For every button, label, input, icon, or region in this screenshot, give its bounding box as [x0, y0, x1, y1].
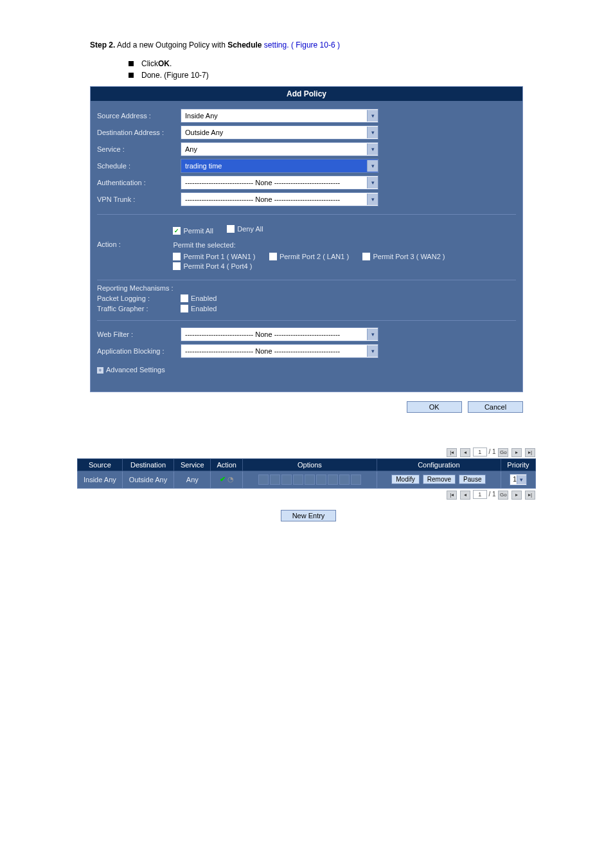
col-action: Action	[211, 458, 243, 471]
cell-priority: 1▾	[501, 471, 535, 488]
pager-prev-button[interactable]: ◂	[460, 491, 470, 500]
permit-selected-label: Permit the selected:	[173, 241, 516, 249]
application-blocking-select[interactable]: ----------------------------- None -----…	[181, 344, 378, 358]
packet-logging-value: Enabled	[191, 294, 217, 302]
pause-button[interactable]: Pause	[459, 475, 486, 484]
permit-port4-checkbox[interactable]	[173, 262, 181, 270]
service-select[interactable]: Any▾	[181, 142, 378, 156]
chevron-down-icon: ▾	[367, 127, 378, 138]
reporting-label: Reporting Mechanisms :	[97, 284, 516, 292]
traffic-grapher-label: Traffic Grapher :	[97, 305, 181, 312]
col-source: Source	[78, 458, 123, 471]
permit-icon: ✔	[220, 475, 226, 483]
bullet1-bold: OK	[158, 59, 170, 68]
permit-port3-checkbox[interactable]	[362, 253, 370, 260]
chevron-down-icon: ▾	[367, 329, 378, 340]
new-entry-button[interactable]: New Entry	[281, 510, 336, 521]
bullet-icon	[129, 73, 134, 78]
chevron-down-icon: ▾	[367, 177, 378, 188]
expand-icon: +	[97, 367, 103, 374]
permit-port4-label: Permit Port 4 ( Port4 )	[183, 262, 252, 270]
destination-address-select[interactable]: Outside Any▾	[181, 125, 378, 140]
traffic-grapher-value: Enabled	[191, 305, 217, 312]
option-slot	[258, 475, 269, 485]
cell-source: Inside Any	[78, 471, 123, 488]
authentication-label: Authentication :	[97, 179, 181, 186]
ok-button[interactable]: OK	[407, 401, 462, 413]
pager-next-button[interactable]: ▸	[511, 448, 522, 457]
pager-go-button[interactable]: Go	[498, 491, 508, 500]
panel-title: Add Policy	[91, 87, 522, 101]
option-slot	[316, 475, 326, 485]
pager-bottom: |◂ ◂ 1 / 1 Go ▸ ▸|	[77, 490, 536, 500]
chevron-down-icon: ▾	[367, 110, 378, 122]
authentication-select[interactable]: ----------------------------- None -----…	[181, 176, 378, 190]
advanced-settings-toggle[interactable]: +Advanced Settings	[97, 366, 516, 374]
bullet2-ref: Figure 10-7	[166, 71, 206, 80]
pager-page-input[interactable]: 1	[473, 490, 487, 499]
pager-go-button[interactable]: Go	[498, 448, 508, 457]
bullet1-text: Click	[141, 59, 158, 68]
schedule-select[interactable]: trading time▾	[181, 159, 378, 173]
service-label: Service :	[97, 145, 181, 153]
col-service: Service	[174, 458, 211, 471]
permit-all-checkbox[interactable]	[173, 227, 181, 235]
vpn-trunk-label: VPN Trunk :	[97, 195, 181, 203]
bullet2-close: )	[206, 71, 209, 80]
pager-page-input[interactable]: 1	[473, 448, 487, 457]
source-address-select[interactable]: Inside Any▾	[181, 109, 378, 123]
option-slot	[305, 475, 315, 485]
packet-logging-checkbox[interactable]	[181, 294, 188, 302]
traffic-grapher-checkbox[interactable]	[181, 305, 188, 312]
figure-ref: Figure 10-6	[296, 41, 335, 50]
pager-total: / 1	[489, 448, 496, 455]
outgoing-link: Outgoing Policy	[155, 41, 209, 50]
permit-port1-checkbox[interactable]	[173, 253, 181, 260]
chevron-down-icon: ▾	[367, 143, 378, 155]
pager-prev-button[interactable]: ◂	[460, 448, 470, 457]
cell-action: ✔ ◔	[211, 471, 243, 488]
modify-button[interactable]: Modify	[391, 475, 419, 484]
table-row: Inside Any Outside Any Any ✔ ◔ Modify Re…	[78, 471, 536, 488]
col-configuration: Configuration	[377, 458, 501, 471]
setting-text: setting. (	[264, 41, 294, 50]
pager-next-button[interactable]: ▸	[511, 491, 522, 500]
col-options: Options	[242, 458, 377, 471]
cancel-button[interactable]: Cancel	[468, 401, 523, 413]
pager-first-button[interactable]: |◂	[447, 491, 457, 500]
cell-destination: Outside Any	[122, 471, 173, 488]
step-text: Add a new	[117, 41, 155, 50]
cell-service: Any	[174, 471, 211, 488]
bullet2-text: Done. (	[141, 71, 166, 80]
deny-all-label: Deny All	[237, 225, 263, 233]
pager-first-button[interactable]: |◂	[447, 448, 457, 457]
policy-table: Source Destination Service Action Option…	[77, 458, 536, 489]
chevron-down-icon: ▾	[367, 160, 378, 172]
schedule-label: Schedule :	[97, 162, 181, 170]
option-slot	[351, 475, 361, 485]
schedule-icon: ◔	[227, 475, 234, 483]
chevron-down-icon: ▾	[367, 345, 378, 357]
permit-port2-checkbox[interactable]	[269, 253, 277, 260]
destination-address-label: Destination Address :	[97, 129, 181, 136]
pager-top: |◂ ◂ 1 / 1 Go ▸ ▸|	[77, 448, 536, 457]
option-slot	[270, 475, 280, 485]
web-filter-select[interactable]: ----------------------------- None -----…	[181, 327, 378, 341]
deny-all-checkbox[interactable]	[227, 225, 235, 233]
action-label: Action :	[97, 240, 173, 248]
application-blocking-label: Application Blocking :	[97, 347, 181, 355]
with-text: with	[211, 41, 227, 50]
option-slot	[339, 475, 350, 485]
pager-last-button[interactable]: ▸|	[525, 491, 535, 500]
permit-port3-label: Permit Port 3 ( WAN2 )	[373, 253, 445, 260]
vpn-trunk-select[interactable]: ----------------------------- None -----…	[181, 192, 378, 206]
priority-select[interactable]: 1▾	[510, 474, 527, 485]
cell-options	[242, 471, 377, 488]
chevron-down-icon: ▾	[367, 194, 378, 205]
source-address-label: Source Address :	[97, 112, 181, 120]
chevron-down-icon: ▾	[517, 475, 526, 484]
remove-button[interactable]: Remove	[423, 475, 456, 484]
schedule-bold: Schedule	[227, 41, 262, 50]
pager-last-button[interactable]: ▸|	[525, 448, 535, 457]
web-filter-label: Web Filter :	[97, 330, 181, 338]
